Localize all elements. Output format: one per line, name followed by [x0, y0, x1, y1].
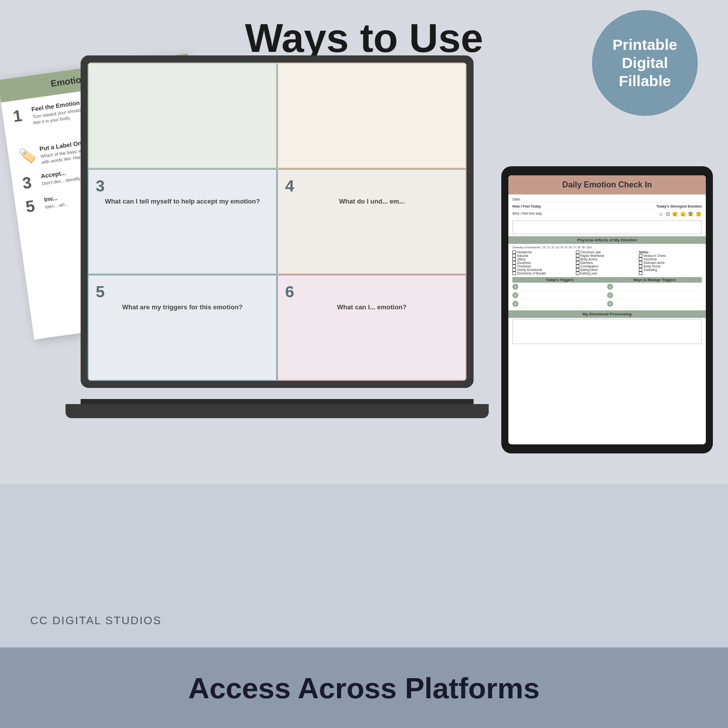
screen-cell-4: 4 What do I und... em... — [277, 169, 467, 275]
symptom-jittery: Jittery — [512, 257, 575, 261]
symptoms-col-2: Clenched Jaw Rapid Heartbeat Body Aches … — [576, 250, 639, 275]
symptom-constipation: Constipation — [576, 264, 639, 268]
symptom-eating-more: Eating More — [576, 268, 639, 272]
tablet-title: Daily Emotion Check In — [513, 180, 701, 189]
screen-cell-1 — [88, 62, 277, 169]
page-title: Ways to Use — [245, 15, 483, 61]
brand-name: CC DIGITAL STUDIOS — [30, 614, 162, 627]
tablet-screen: Daily Emotion Check In Date: How I Feel … — [508, 175, 706, 444]
symptom-body-tense: Body Tense — [639, 264, 702, 268]
step-5-number: 5 — [25, 197, 42, 215]
symptom-overly-emotional: Overly Emotional — [512, 268, 575, 272]
symptom-headache: Headache — [512, 250, 575, 254]
manage-col: 1 2 3 — [607, 283, 702, 308]
laptop-body: 3 What can I tell myself to help accept … — [81, 55, 474, 388]
laptop-base — [65, 404, 489, 418]
cell-5-title: What are my triggers for this emotion? — [122, 303, 242, 311]
badge-line1: Printable — [613, 36, 677, 54]
symptom-insomnia: Insomnia — [639, 257, 702, 261]
emotional-processing-textarea — [512, 319, 702, 344]
bottom-section: CC DIGITAL STUDIOS Access Across Platfor… — [0, 484, 728, 728]
tablet-content: Date: How I Feel Today Today's Strongest… — [508, 194, 706, 347]
symptom-tiredness: Tiredness — [512, 264, 575, 268]
cell-5-number: 5 — [96, 283, 105, 301]
tablet-body: Daily Emotion Check In Date: How I Feel … — [501, 166, 713, 453]
manage-2: 2 — [607, 291, 702, 300]
symptoms-col-1: Headache Nausea Jittery Dizziness Tiredn… — [512, 250, 575, 275]
badge-line3: Fillable — [619, 72, 671, 90]
badge-line2: Digital — [622, 54, 668, 72]
symptom-dizziness: Dizziness — [512, 261, 575, 264]
cell-4-title: What do I und... em... — [339, 197, 405, 205]
symptom-sob: Shortness of Breath — [512, 272, 575, 275]
step-5-desc: Iden... wh... — [45, 202, 69, 211]
laptop-hinge — [81, 399, 474, 404]
symptom-nausea: Nausea — [512, 254, 575, 257]
date-row: Date: — [512, 197, 702, 203]
step-1-number: 1 — [12, 106, 29, 124]
how-i-feel-label: How I Feel Today — [512, 205, 541, 208]
symptom-diarrhea: Diarrhea — [576, 261, 639, 264]
symptom-stomach-ache: Stomach Ache — [639, 261, 702, 264]
screen-cell-3: 3 What can I tell myself to help accept … — [88, 169, 277, 275]
emotion-faces: ☺ ☹ 😢 😠 😨 😲 — [658, 212, 702, 217]
manage-header: Ways to Manage Triggers — [607, 277, 702, 283]
symptom-blank — [639, 272, 702, 275]
cell-6-title: What can I... emotion? — [337, 303, 407, 311]
tablet-header: Daily Emotion Check In — [508, 175, 706, 194]
triggers-grid: Today's Triggers Ways to Manage Triggers… — [512, 277, 702, 308]
symptom-rapid-heartbeat: Rapid Heartbeat — [576, 254, 639, 257]
manage-3: 3 — [607, 300, 702, 308]
screen-cell-6: 6 What can I... emotion? — [277, 275, 467, 381]
laptop-screen: 3 What can I tell myself to help accept … — [88, 62, 467, 381]
screen-cell-2 — [277, 62, 467, 169]
triggers-header: Today's Triggers — [512, 277, 607, 283]
symptoms-col-3: Notes: Heavy in Chest Insomnia Stomach A… — [639, 250, 702, 275]
cell-3-number: 3 — [96, 177, 105, 195]
tablet: Daily Emotion Check In Date: How I Feel … — [501, 166, 713, 453]
cell-6-number: 6 — [285, 283, 294, 301]
cell-4-number: 4 — [285, 177, 294, 195]
symptom-notes: Notes: — [639, 250, 702, 254]
laptop: 3 What can I tell myself to help accept … — [81, 55, 474, 418]
symptom-heavy-in-chest: Heavy in Chest — [639, 254, 702, 257]
screen-cell-5: 5 What are my triggers for this emotion? — [88, 275, 277, 381]
emotional-processing-header: My Emotional Processing — [508, 310, 706, 318]
symptom-body-aches: Body Aches — [576, 257, 639, 261]
triggers-col: 1 2 3 — [512, 283, 607, 308]
why-i-feel-label: Why I feel this way: — [512, 212, 543, 217]
why-i-feel-row: Why I feel this way: ☺ ☹ 😢 😠 😨 😲 — [512, 212, 702, 218]
severity-label: Severity of Emotions: — [512, 246, 541, 249]
trigger-3: 3 — [512, 300, 607, 308]
how-i-feel-row: How I Feel Today Today's Strongest Emoti… — [512, 205, 702, 210]
severity-row: Severity of Emotions: □0 □1 □2 □3 □4 □5 … — [512, 246, 702, 249]
manage-1: 1 — [607, 283, 702, 291]
severity-options: □0 □1 □2 □3 □4 □5 □6 □7 □8 □9 □10+ — [542, 246, 592, 249]
why-feel-textarea — [512, 220, 702, 234]
step-3-number: 3 — [22, 173, 39, 191]
trigger-2: 2 — [512, 291, 607, 300]
label-icon: 🏷️ — [18, 146, 37, 165]
tagline-bar: Access Across Platforms — [0, 647, 728, 728]
date-label: Date: — [512, 197, 521, 201]
cell-3-title: What can I tell myself to help accept my… — [105, 197, 260, 205]
symptom-clenched-jaw: Clenched Jaw — [576, 250, 639, 254]
printable-badge: Printable Digital Fillable — [592, 10, 698, 116]
symptoms-grid: Headache Nausea Jittery Dizziness Tiredn… — [512, 250, 702, 275]
symptom-eating-less: Eating Less — [576, 272, 639, 275]
strongest-emotion-label: Today's Strongest Emotion — [656, 205, 702, 208]
physical-affects-header: Physical Affects of My Emotion — [508, 236, 706, 244]
trigger-1: 1 — [512, 283, 607, 291]
symptom-sweating: Sweating — [639, 268, 702, 272]
tagline-text: Access Across Platforms — [188, 671, 540, 705]
